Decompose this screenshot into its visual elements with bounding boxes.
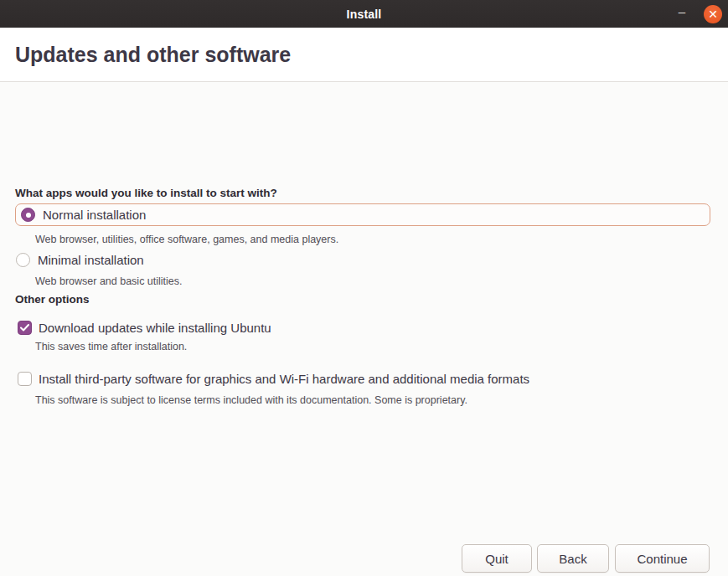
window-title: Install	[347, 8, 382, 21]
main-content: What apps would you like to install to s…	[0, 83, 728, 576]
minimize-button[interactable]: –	[672, 4, 692, 24]
checkbox-checked-icon[interactable]	[18, 321, 32, 335]
radio-description: Web browser and basic utilities.	[35, 275, 183, 287]
quit-button[interactable]: Quit	[462, 544, 532, 573]
window-controls: – ✕	[672, 0, 722, 28]
checkbox-description: This saves time after installation.	[35, 341, 187, 352]
minimize-icon: –	[679, 4, 685, 18]
radio-option-minimal-installation[interactable]: Minimal installation	[16, 251, 703, 268]
checkbox-description: This software is subject to license term…	[35, 394, 467, 406]
checkbox-unchecked-icon[interactable]	[18, 372, 32, 386]
other-options-heading: Other options	[15, 293, 90, 306]
checkmark-icon	[20, 324, 29, 332]
page-header: Updates and other software	[0, 28, 728, 82]
checkbox-label: Download updates while installing Ubuntu	[39, 321, 271, 335]
checkbox-label: Install third-party software for graphic…	[39, 372, 529, 386]
close-button[interactable]: ✕	[704, 5, 722, 23]
apps-question-heading: What apps would you like to install to s…	[15, 187, 277, 199]
radio-unselected-icon[interactable]	[16, 253, 30, 267]
back-button[interactable]: Back	[537, 544, 609, 573]
continue-button[interactable]: Continue	[615, 544, 710, 573]
checkbox-third-party-software[interactable]: Install third-party software for graphic…	[18, 370, 713, 387]
page-title: Updates and other software	[15, 43, 291, 67]
checkbox-download-updates[interactable]: Download updates while installing Ubuntu	[18, 319, 713, 336]
radio-label: Minimal installation	[38, 253, 144, 267]
radio-selected-icon[interactable]	[21, 208, 35, 222]
radio-description: Web browser, utilities, office software,…	[35, 234, 338, 245]
close-icon: ✕	[708, 6, 718, 23]
titlebar[interactable]: Install – ✕	[0, 0, 728, 28]
radio-label: Normal installation	[43, 208, 146, 222]
radio-option-normal-installation[interactable]: Normal installation	[15, 203, 710, 226]
installer-window: Install – ✕ Updates and other software W…	[0, 0, 728, 576]
